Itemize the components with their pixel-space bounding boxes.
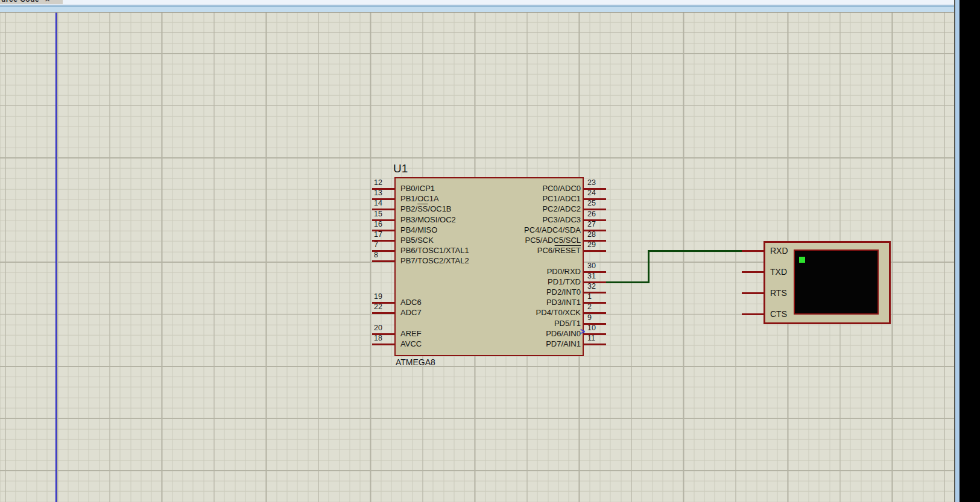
- schematic-canvas[interactable]: U1 ATMEGA8 12PB0/ICP113PB1/OC1A14PB2/SS/…: [0, 12, 954, 502]
- terminal-pin-label: RTS: [770, 288, 787, 298]
- terminal-pin-rts[interactable]: [742, 292, 763, 294]
- pin-label-text: RTS: [770, 288, 787, 298]
- virtual-terminal-group: RXDTXDRTSCTS: [0, 13, 954, 502]
- tab-source-code[interactable]: urce Code ✕: [0, 0, 63, 4]
- screen-black-edge: [959, 0, 980, 502]
- proteus-window: urce Code ✕ U1 ATMEGA8 12PB0/ICP113PB1/O…: [0, 0, 980, 502]
- terminal-pin-label: CTS: [770, 309, 787, 319]
- pin-label-text: TXD: [770, 267, 787, 277]
- pin-label-text: CTS: [770, 309, 787, 319]
- close-icon[interactable]: ✕: [45, 0, 50, 4]
- pin-label-text: RXD: [770, 246, 788, 256]
- terminal-pin-label: RXD: [770, 246, 788, 256]
- terminal-pin-cts[interactable]: [742, 313, 763, 315]
- toolbar-strip: [0, 4, 959, 12]
- terminal-pin-txd[interactable]: [742, 271, 763, 273]
- tab-bar: urce Code ✕: [0, 0, 959, 4]
- terminal-cursor: [799, 257, 805, 263]
- terminal-pin-label: TXD: [770, 267, 787, 277]
- pin-end-marker-icon: >: [580, 327, 585, 336]
- terminal-pin-rxd[interactable]: [742, 250, 763, 252]
- window-edge-sliver: [954, 0, 959, 502]
- terminal-screen: [794, 249, 879, 315]
- tab-source-code-label: urce Code: [1, 0, 39, 4]
